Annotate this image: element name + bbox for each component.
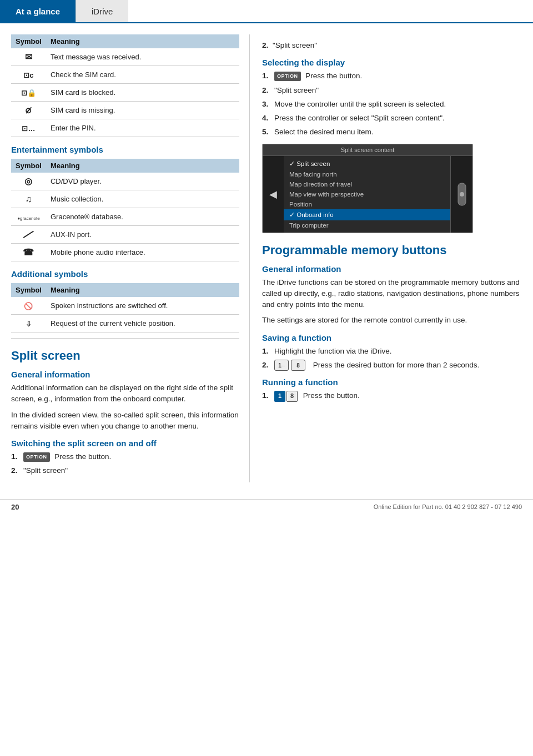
entertainment-section-title: Entertainment symbols (11, 145, 239, 154)
table-row: ◎ CD/DVD player. (11, 173, 239, 190)
table-row: ⊡… Enter the PIN. (11, 119, 239, 137)
programmable-general-title: General information (262, 264, 522, 274)
entertainment-symbol-table: Symbol Meaning ◎ CD/DVD player. ♫ Music … (11, 159, 239, 261)
meaning-cell: Gracenote® database. (46, 208, 239, 226)
additional-symbol-table: Symbol Meaning 🚫 Spoken instructions are… (11, 283, 239, 332)
table-row: ╱ AUX-IN port. (11, 226, 239, 244)
table-row: ●gracenote Gracenote® database. (11, 208, 239, 226)
list-item: 3. Move the controller until the split s… (262, 99, 522, 110)
saving-steps: 1. Highlight the function via the iDrive… (262, 346, 522, 371)
symbol-cell: ♫ (11, 190, 46, 208)
menu-item-trip-computer: Trip computer (284, 220, 450, 230)
meaning-cell: Spoken instructions are switched off. (46, 297, 239, 315)
memory-button-icon: 1... 8 (274, 360, 308, 371)
option-button-icon: OPTION (274, 72, 301, 82)
symbol-col-header: Symbol (11, 34, 46, 48)
meaning-cell: SIM card is blocked. (46, 84, 239, 102)
right-column: 2. "Split screen" Selecting the display … (250, 34, 533, 482)
meaning-col-header: Meaning (46, 34, 239, 48)
meaning-col-header: Meaning (46, 283, 239, 297)
page-number: 20 (11, 503, 19, 511)
meaning-cell: Enter the PIN. (46, 119, 239, 137)
page-header: At a glance iDrive (0, 0, 533, 23)
table-row: ⊘̸ SIM card is missing. (11, 102, 239, 119)
meaning-cell: Check the SIM card. (46, 66, 239, 84)
meaning-cell: Text message was received. (46, 48, 239, 66)
list-item: 5. Select the desired menu item. (262, 127, 522, 138)
screen-left-arrow: ◀ (263, 156, 284, 233)
menu-item-position: Position (284, 199, 450, 209)
selecting-display-title: Selecting the display (262, 58, 522, 67)
screen-body: ◀ ✓ Split screen Map facing north Map di… (263, 156, 472, 233)
page-body: Symbol Meaning ✉ Text message was receiv… (0, 23, 533, 493)
list-item: 1. OPTION Press the button. (11, 451, 239, 462)
screen-menu: ✓ Split screen Map facing north Map dire… (284, 156, 450, 233)
table-row: ⊡🔒 SIM card is blocked. (11, 84, 239, 102)
divider (11, 338, 239, 339)
meaning-col-header: Meaning (46, 159, 239, 173)
saving-function-title: Saving a function (262, 333, 522, 342)
table-row: ✉ Text message was received. (11, 48, 239, 66)
table-row: ☎ Mobile phone audio interface. (11, 244, 239, 261)
symbol-cell: ╱ (11, 226, 46, 244)
split-screen-general-title: General information (11, 370, 239, 379)
meaning-cell: Request of the current vehicle position. (46, 315, 239, 332)
table-row: ⊡c Check the SIM card. (11, 66, 239, 84)
selecting-steps: 1. OPTION Press the button. 2. "Split sc… (262, 70, 522, 138)
symbol-cell: 🚫 (11, 297, 46, 315)
list-item: 4. Press the controller or select "Split… (262, 113, 522, 124)
switching-title: Switching the split screen on and off (11, 439, 239, 448)
list-item: 2. "Split screen" (262, 85, 522, 96)
programmable-general-text1: The iDrive functions can be stored on th… (262, 277, 522, 311)
list-item: 2. "Split screen" (11, 465, 239, 476)
page-footer: 20 Online Edition for Part no. 01 40 2 9… (0, 499, 533, 515)
menu-item-map-perspective: Map view with perspective (284, 189, 450, 199)
meaning-cell: Mobile phone audio interface. (46, 244, 239, 261)
symbol-cell: ●gracenote (11, 208, 46, 226)
symbol-cell: ✉ (11, 48, 46, 66)
table-row: ♫ Music collection. (11, 190, 239, 208)
split-screen-preview: Split screen content ◀ ✓ Split screen Ma… (262, 144, 473, 233)
screen-right-handle (450, 156, 472, 233)
symbol-cell: ⊡c (11, 66, 46, 84)
split-screen-general-text2: In the divided screen view, the so-calle… (11, 410, 239, 432)
list-item: 1. 1 8 Press the button. (262, 390, 522, 401)
left-column: Symbol Meaning ✉ Text message was receiv… (0, 34, 250, 482)
screen-title-bar: Split screen content (263, 144, 472, 156)
run-function-icon: 1 8 (274, 391, 298, 402)
symbol-cell: ⇩ (11, 315, 46, 332)
meaning-cell: AUX-IN port. (46, 226, 239, 244)
additional-section-title: Additional symbols (11, 269, 239, 279)
list-item: 1. OPTION Press the button. (262, 70, 522, 82)
symbol-cell: ☎ (11, 244, 46, 261)
meaning-cell: Music collection. (46, 190, 239, 208)
sim-symbol-table: Symbol Meaning ✉ Text message was receiv… (11, 34, 239, 137)
switching-steps: 1. OPTION Press the button. 2. "Split sc… (11, 451, 239, 477)
split-screen-title: Split screen (11, 349, 239, 363)
menu-item-onboard-info: ✓ Onboard info (284, 209, 450, 220)
meaning-cell: SIM card is missing. (46, 102, 239, 119)
running-steps: 1. 1 8 Press the button. (262, 390, 522, 401)
tab-idrive[interactable]: iDrive (76, 0, 128, 22)
running-function-title: Running a function (262, 377, 522, 387)
menu-item-map-travel: Map direction of travel (284, 179, 450, 189)
symbol-cell: ⊡🔒 (11, 84, 46, 102)
symbol-cell: ⊘̸ (11, 102, 46, 119)
programmable-general-text2: The settings are stored for the remote c… (262, 315, 522, 326)
table-row: 🚫 Spoken instructions are switched off. (11, 297, 239, 315)
svg-point-1 (460, 192, 464, 196)
option-button-icon: OPTION (23, 452, 50, 462)
symbol-cell: ◎ (11, 173, 46, 190)
selecting-step2-top: 2. "Split screen" (262, 40, 522, 51)
table-row: ⇩ Request of the current vehicle positio… (11, 315, 239, 332)
menu-item-split-screen: ✓ Split screen (284, 158, 450, 169)
split-screen-general-text1: Additional information can be displayed … (11, 382, 239, 405)
symbol-col-header: Symbol (11, 159, 46, 173)
menu-item-map-north: Map facing north (284, 169, 450, 179)
list-item: 2. 1... 8 Press the desired button for m… (262, 360, 522, 371)
programmable-title: Programmable memory buttons (262, 243, 522, 258)
copyright-text: Online Edition for Part no. 01 40 2 902 … (374, 503, 522, 510)
symbol-cell: ⊡… (11, 119, 46, 137)
meaning-cell: CD/DVD player. (46, 173, 239, 190)
tab-at-a-glance[interactable]: At a glance (0, 0, 76, 22)
